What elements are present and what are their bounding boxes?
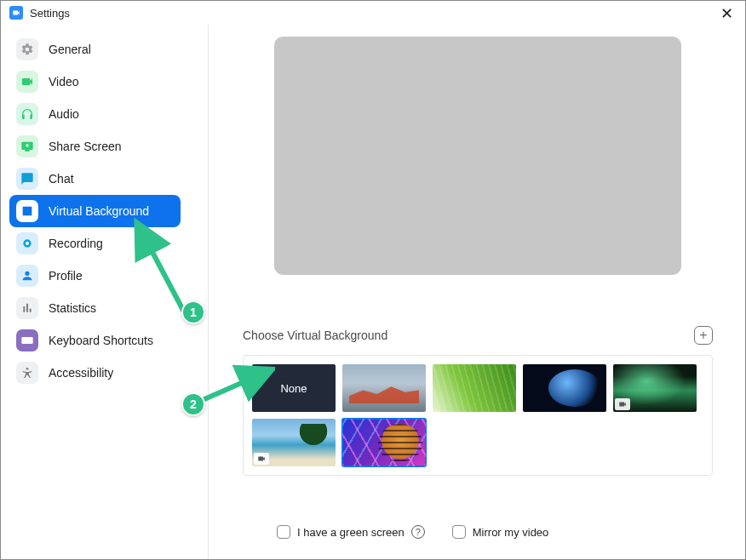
svg-point-2: [26, 368, 29, 370]
share-screen-icon: [16, 135, 38, 157]
checkbox-icon: [277, 525, 290, 539]
video-badge-icon: [254, 453, 269, 465]
sidebar-item-chat[interactable]: Chat: [9, 163, 181, 195]
chat-icon: [16, 168, 38, 190]
sidebar-label-video: Video: [49, 75, 79, 89]
sidebar-label-profile: Profile: [49, 269, 83, 283]
green-screen-label: I have a green screen: [297, 526, 405, 539]
green-screen-checkbox[interactable]: I have a green screen ?: [277, 525, 425, 539]
sidebar-label-audio: Audio: [49, 107, 79, 121]
background-option-grass[interactable]: [433, 364, 516, 412]
add-background-button[interactable]: +: [694, 326, 713, 345]
bottom-options: I have a green screen ? Mirror my video: [243, 525, 713, 539]
help-icon[interactable]: ?: [411, 525, 425, 539]
svg-point-1: [26, 242, 29, 245]
keyboard-icon: [16, 329, 38, 351]
accessibility-icon: [16, 362, 38, 384]
titlebar: Settings ✕: [1, 1, 745, 25]
record-icon: [16, 232, 38, 254]
sidebar-label-accessibility: Accessibility: [49, 366, 113, 380]
sidebar-label-chat: Chat: [49, 172, 74, 186]
sidebar-label-recording: Recording: [49, 237, 103, 250]
background-option-aurora[interactable]: [613, 364, 697, 412]
background-option-golden-gate[interactable]: [342, 364, 426, 412]
sidebar-label-statistics: Statistics: [49, 301, 96, 315]
video-preview: [274, 37, 681, 275]
virtual-background-grid: None: [243, 355, 713, 476]
sidebar-item-audio[interactable]: Audio: [9, 98, 181, 130]
annotation-marker-2: 2: [181, 392, 205, 416]
sidebar-item-video[interactable]: Video: [9, 66, 181, 98]
sidebar-label-share-screen: Share Screen: [49, 140, 122, 153]
video-badge-icon: [615, 398, 630, 410]
background-option-tiger-retro[interactable]: [342, 419, 426, 466]
sidebar-item-share-screen[interactable]: Share Screen: [9, 130, 181, 163]
background-option-earth-space[interactable]: [523, 364, 606, 412]
sidebar-label-keyboard-shortcuts: Keyboard Shortcuts: [49, 334, 153, 347]
video-icon: [16, 71, 38, 93]
mirror-video-checkbox[interactable]: Mirror my video: [452, 525, 549, 539]
choose-virtual-background-label: Choose Virtual Background: [243, 329, 387, 342]
none-label: None: [280, 382, 307, 395]
gear-icon: [16, 38, 38, 60]
close-button[interactable]: ✕: [714, 4, 738, 21]
sidebar-item-accessibility[interactable]: Accessibility: [9, 357, 181, 389]
background-option-beach[interactable]: [252, 419, 336, 466]
profile-icon: [16, 265, 38, 287]
checkbox-icon: [452, 525, 466, 539]
window-title: Settings: [30, 7, 70, 20]
main-panel: Choose Virtual Background + None: [209, 25, 745, 559]
mirror-video-label: Mirror my video: [473, 526, 549, 539]
annotation-marker-1: 1: [181, 300, 205, 324]
statistics-icon: [16, 297, 38, 319]
sidebar-item-general[interactable]: General: [9, 33, 181, 66]
sidebar-item-keyboard-shortcuts[interactable]: Keyboard Shortcuts: [9, 324, 181, 357]
sidebar-label-general: General: [49, 43, 91, 56]
headphones-icon: [16, 103, 38, 125]
app-icon: [9, 6, 23, 20]
virtual-background-icon: [16, 200, 38, 222]
